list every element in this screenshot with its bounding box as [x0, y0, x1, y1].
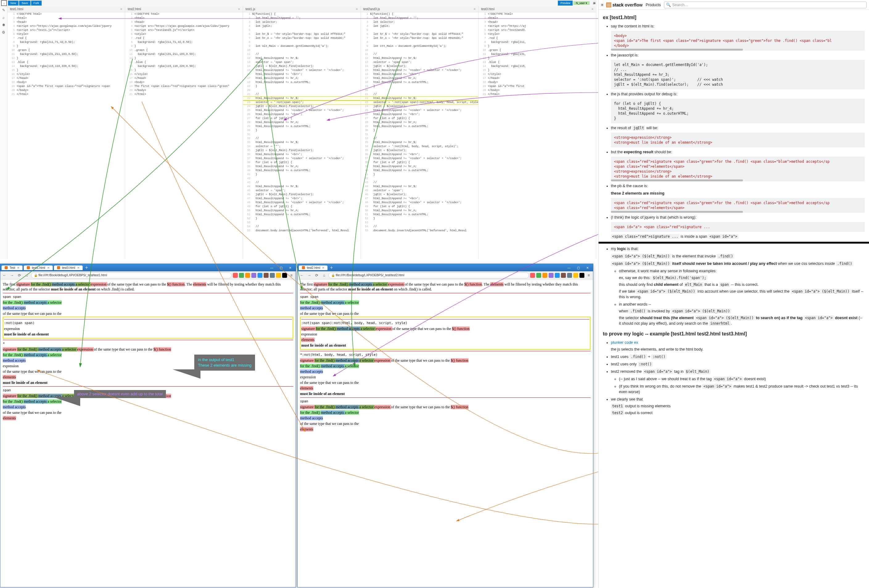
user-badge[interactable]: N_user ▾: [573, 1, 590, 5]
pane-tab[interactable]: test1.html✕: [7, 6, 125, 12]
code-block: <strong>expression</strong> <strong>must…: [611, 133, 865, 147]
products-link[interactable]: Products: [646, 3, 661, 7]
search-icon: 🔍: [666, 3, 671, 7]
browser-tab[interactable]: Test✕: [1, 265, 22, 270]
list-item: my logic is that: <span id="a"> ($(elt_M…: [611, 246, 865, 326]
callout-total: above 2 selector doesnt even add up to t…: [74, 390, 166, 398]
extension-icon[interactable]: [580, 273, 584, 278]
forward-icon[interactable]: →: [9, 272, 15, 278]
new-button[interactable]: New: [8, 1, 18, 6]
editor-pane: test2and3.js✕1$(function() {2 let html_R…: [361, 6, 479, 259]
extension-icon[interactable]: [239, 273, 244, 278]
pane-tab[interactable]: test2and3.js✕: [361, 6, 478, 12]
url-bar[interactable]: 🔒 file:///H:/Book/debug/LXPI/OEBPS/_test…: [328, 272, 529, 278]
preview-button[interactable]: Preview: [558, 1, 572, 6]
extension-icon[interactable]: [555, 273, 560, 278]
list-item: test2 removed the <span id="a"> tag in $…: [611, 369, 865, 395]
maximize-icon[interactable]: ▢: [277, 265, 285, 270]
code-area[interactable]: 1<!DOCTYPE html>2<html>3<head>4<script s…: [479, 12, 596, 259]
list-item: but the expecting result should be: <spa…: [611, 149, 865, 181]
code-area[interactable]: 1$(function() {2 let html_ResultAppend =…: [243, 12, 360, 259]
home-icon[interactable]: ⌂: [321, 272, 327, 278]
reload-icon[interactable]: ⟳: [16, 272, 22, 278]
extension-icon[interactable]: [561, 273, 566, 278]
code-block: <span class="red">signature <span class=…: [611, 198, 865, 213]
extension-icon[interactable]: [276, 273, 281, 278]
url-bar[interactable]: 🔒 file:///H:/Book/debug/LXPI/OEBPS/_test…: [31, 272, 231, 278]
menu-icon[interactable]: ≡: [586, 272, 592, 278]
browser-tab[interactable]: test1.html✕: [24, 265, 52, 270]
close-icon[interactable]: ✕: [322, 266, 325, 270]
extension-icon[interactable]: [270, 273, 275, 278]
close-icon[interactable]: ✕: [47, 266, 50, 270]
minimize-icon[interactable]: —: [565, 265, 573, 270]
so-logo[interactable]: stackoverflow: [606, 3, 642, 7]
close-icon[interactable]: ✕: [583, 265, 592, 270]
close-icon[interactable]: ✕: [238, 7, 240, 11]
close-icon[interactable]: ✕: [356, 7, 358, 11]
save-button[interactable]: Save: [19, 1, 31, 6]
extension-icon[interactable]: [536, 273, 541, 278]
callout-line: above 2 selector doesnt even add up to t…: [77, 392, 163, 396]
menu-icon[interactable]: ≡: [601, 3, 603, 7]
extension-icon[interactable]: [573, 273, 578, 278]
menu-icon[interactable]: ≡: [592, 1, 597, 6]
gear-icon[interactable]: ⚙: [2, 30, 5, 34]
list-item: (I think) the logic of jquery is that (w…: [611, 215, 865, 239]
minimize-icon[interactable]: —: [267, 265, 276, 270]
divider: [599, 242, 869, 244]
close-icon[interactable]: ✕: [77, 266, 80, 270]
menu-icon[interactable]: ≡: [288, 272, 295, 278]
editor-pane: test1.html✕1<!DOCTYPE html>2<html>3<head…: [7, 6, 125, 259]
extension-icon[interactable]: [233, 273, 238, 278]
browser-window-1: Test✕test1.html✕test3.html✕ + — ▢ ✕ ← → …: [0, 264, 296, 587]
close-icon[interactable]: ✕: [17, 266, 19, 270]
extension-icon[interactable]: [549, 273, 553, 278]
extension-icon[interactable]: [530, 273, 535, 278]
editor-pane: test3.html✕1<!DOCTYPE html>2<html>3<head…: [479, 6, 596, 259]
so-header: ≡ stackoverflow Products 🔍Search…: [599, 0, 869, 10]
extension-icon[interactable]: [567, 273, 572, 278]
download-icon[interactable]: ↓: [1, 0, 7, 6]
extension-icon[interactable]: [251, 273, 256, 278]
pane-tab[interactable]: test1.js✕: [243, 6, 360, 12]
close-icon[interactable]: ✕: [120, 7, 122, 11]
editor-pane: test1.js✕1$(function() {2 let html_Resul…: [243, 6, 361, 259]
extension-icon[interactable]: [543, 273, 547, 278]
new-tab-button[interactable]: +: [328, 265, 335, 270]
code-block: <body> <span id="a">The first <span clas…: [611, 31, 865, 50]
extension-icon[interactable]: [245, 273, 250, 278]
close-icon[interactable]: ✕: [591, 7, 594, 11]
extension-icon[interactable]: [282, 273, 287, 278]
fork-button[interactable]: Fork: [31, 1, 42, 6]
close-icon[interactable]: ✕: [473, 7, 476, 11]
forward-icon[interactable]: →: [306, 272, 312, 278]
favicon-icon: [4, 266, 8, 269]
new-tab-button[interactable]: +: [83, 265, 90, 270]
code-area[interactable]: 1<!DOCTYPE html>2<html>3<head>4<script s…: [125, 12, 243, 259]
so-search[interactable]: 🔍Search…: [664, 1, 866, 8]
home-icon[interactable]: ⌂: [24, 272, 30, 278]
back-icon[interactable]: ←: [1, 272, 8, 278]
code-area[interactable]: 1<!DOCTYPE html>2<html>3<head>4<script s…: [7, 12, 125, 259]
so-logo-icon: [606, 3, 611, 7]
browser-titlebar: test2.html✕ + — ▢ ✕: [298, 264, 593, 271]
list-item: (-- just as I said above -- we should tr…: [619, 376, 865, 382]
star-icon[interactable]: ✱: [2, 23, 5, 27]
back-icon[interactable]: ←: [299, 272, 305, 278]
search-placeholder: Search…: [672, 3, 688, 7]
search-icon[interactable]: ⌕: [3, 15, 4, 20]
stackoverflow-panel: ≡ stackoverflow Products 🔍Search… ex [te…: [598, 0, 869, 588]
extension-icon[interactable]: [258, 273, 262, 278]
maximize-icon[interactable]: ▢: [574, 265, 583, 270]
browser-tab[interactable]: test2.html✕: [299, 265, 328, 270]
extension-icon[interactable]: [264, 273, 268, 278]
close-icon[interactable]: ✕: [286, 265, 295, 270]
reload-icon[interactable]: ⟳: [314, 272, 320, 278]
edit-icon[interactable]: ✎: [2, 8, 5, 12]
plunker-link[interactable]: plunker code ex: [611, 341, 638, 345]
browser-tab[interactable]: test3.html✕: [54, 265, 83, 270]
code-area[interactable]: 1$(function() {2 let html_ResultAppend =…: [361, 12, 478, 259]
pane-tab[interactable]: test2.html✕: [125, 6, 243, 12]
pane-tab[interactable]: test3.html✕: [479, 6, 596, 12]
